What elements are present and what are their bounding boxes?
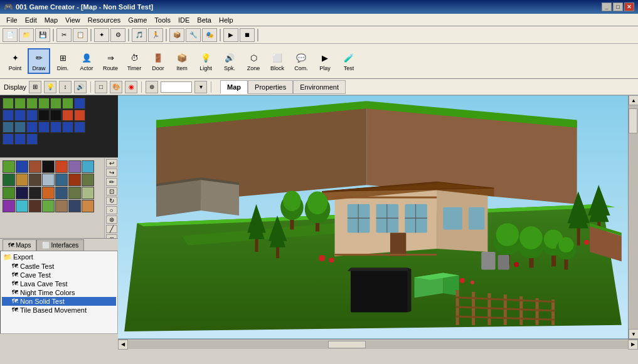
tile-scroll-area[interactable]: [0, 158, 104, 238]
toolbar1-btn-1[interactable]: 📁: [19, 28, 34, 42]
palette-tile-4[interactable]: [55, 160, 68, 173]
maps-tab[interactable]: 🗺 Maps: [3, 239, 36, 251]
preview-tile[interactable]: [38, 98, 50, 109]
palette-tile-27[interactable]: [82, 200, 94, 212]
menu-item-file[interactable]: File: [3, 15, 21, 25]
tool-door[interactable]: 🚪Door: [147, 49, 169, 73]
display-light-btn[interactable]: 💡: [44, 81, 56, 93]
tool-dim[interactable]: ⊞Dim.: [51, 49, 74, 73]
palette-tile-1[interactable]: [16, 160, 28, 173]
tree-root[interactable]: 📁 Export: [2, 252, 116, 262]
menu-item-resources[interactable]: Resources: [84, 15, 125, 25]
scroll-track[interactable]: [629, 105, 638, 329]
tree-item-tile-based-movement[interactable]: 🗺Tile Based Movement: [2, 306, 116, 315]
preview-tile[interactable]: [3, 98, 14, 109]
palette-tile-14[interactable]: [3, 187, 15, 199]
display-move-btn[interactable]: ↕: [59, 81, 72, 93]
scroll-down-btn[interactable]: ▼: [629, 329, 638, 339]
pencil-btn[interactable]: ✏: [106, 178, 117, 186]
preview-tile[interactable]: [38, 110, 50, 121]
preview-tile[interactable]: [62, 122, 73, 133]
palette-tile-19[interactable]: [68, 187, 81, 199]
vertical-scrollbar[interactable]: ▲ ▼: [628, 95, 638, 339]
palette-tile-6[interactable]: [82, 160, 94, 173]
toolbar1-btn-6[interactable]: ⚙: [110, 28, 125, 42]
preview-tile[interactable]: [38, 122, 50, 133]
palette-tile-25[interactable]: [55, 200, 68, 212]
palette-tile-10[interactable]: [42, 174, 55, 186]
palette-tile-5[interactable]: [68, 160, 81, 173]
hscroll-track[interactable]: [128, 340, 628, 349]
menu-item-help[interactable]: Help: [215, 15, 237, 25]
toolbar1-btn-3[interactable]: ✂: [56, 28, 72, 42]
tool-spk[interactable]: 🔊Spk.: [218, 49, 241, 73]
tree-item-castle-test[interactable]: 🗺Castle Test: [2, 262, 116, 271]
tool-timer[interactable]: ⏱Timer: [123, 49, 146, 73]
tool-point[interactable]: ✦Point: [4, 49, 26, 73]
preview-tile[interactable]: [3, 110, 14, 121]
menu-item-beta[interactable]: Beta: [193, 15, 215, 25]
tree-item-lava-cave-test[interactable]: 🗺Lava Cave Test: [2, 279, 116, 288]
palette-tile-3[interactable]: [42, 160, 55, 173]
palette-tile-11[interactable]: [55, 174, 68, 186]
tool-test[interactable]: 🧪Test: [338, 49, 360, 73]
tool-play[interactable]: ▶Play: [314, 49, 336, 73]
palette-tile-13[interactable]: [82, 174, 94, 186]
palette-tile-26[interactable]: [68, 200, 81, 212]
display-paint-btn[interactable]: 🎨: [110, 81, 122, 93]
palette-tile-18[interactable]: [55, 187, 68, 199]
tool-actor[interactable]: 👤Actor: [75, 49, 98, 73]
display-sound-btn[interactable]: 🔊: [74, 81, 87, 93]
palette-tile-23[interactable]: [29, 200, 41, 212]
circle-btn[interactable]: ○: [106, 206, 117, 214]
palette-tile-7[interactable]: [3, 174, 15, 186]
preview-tile[interactable]: [26, 98, 38, 109]
tool-draw[interactable]: ✏Draw: [28, 48, 50, 74]
preview-tile[interactable]: [26, 122, 38, 133]
tool-item[interactable]: 📦Item: [171, 49, 193, 73]
palette-tile-9[interactable]: [29, 174, 41, 186]
display-gear-btn[interactable]: ⊕: [146, 81, 158, 93]
interfaces-tab[interactable]: ⬜ Interfaces: [36, 239, 84, 251]
preview-tile[interactable]: [74, 110, 85, 121]
menu-item-view[interactable]: View: [61, 15, 84, 25]
display-sq-btn[interactable]: □: [95, 81, 107, 93]
palette-tile-0[interactable]: [3, 160, 15, 173]
preview-tile[interactable]: [26, 110, 38, 121]
preview-tile[interactable]: [14, 98, 26, 109]
redo-btn[interactable]: ↪: [106, 169, 117, 177]
palette-tile-17[interactable]: [42, 187, 55, 199]
minimize-button[interactable]: _: [602, 3, 612, 11]
preview-tile[interactable]: [50, 122, 61, 133]
palette-tile-24[interactable]: [42, 200, 55, 212]
preview-tile[interactable]: [14, 110, 26, 121]
tool-block[interactable]: ⬜Block: [266, 49, 289, 73]
toolbar1-btn-4[interactable]: 📋: [73, 28, 88, 42]
canvas-area[interactable]: [118, 95, 628, 339]
toolbar1-btn-12[interactable]: ▶: [223, 28, 238, 42]
palette-tile-16[interactable]: [29, 187, 41, 199]
preview-tile[interactable]: [14, 122, 26, 133]
preview-tile[interactable]: [62, 98, 73, 109]
preview-tile[interactable]: [14, 133, 26, 145]
display-grid-btn[interactable]: ⊞: [29, 81, 41, 93]
palette-tile-12[interactable]: [68, 174, 81, 186]
line-btn[interactable]: ╱: [106, 225, 117, 233]
palette-tile-8[interactable]: [16, 174, 28, 186]
rotate-btn[interactable]: ↻: [106, 197, 117, 205]
tool-com[interactable]: 💬Com.: [290, 49, 312, 73]
select-btn[interactable]: ⊡: [106, 187, 117, 195]
preview-tile[interactable]: [62, 110, 73, 121]
toolbar1-btn-11[interactable]: 🎭: [202, 28, 217, 42]
horizontal-scrollbar[interactable]: ◀ ▶: [118, 339, 638, 349]
scroll-left-btn[interactable]: ◀: [118, 340, 128, 350]
preview-tile[interactable]: [74, 122, 85, 133]
menu-item-map[interactable]: Map: [41, 15, 61, 25]
hscroll-thumb[interactable]: [328, 341, 366, 348]
tab-map[interactable]: Map: [220, 80, 248, 94]
preview-tile[interactable]: [3, 133, 14, 145]
title-bar-controls[interactable]: _ □ ✕: [602, 3, 634, 11]
toolbar1-btn-13[interactable]: ⏹: [240, 28, 255, 42]
tab-properties[interactable]: Properties: [248, 80, 293, 94]
zoom-dropdown[interactable]: ▾: [194, 81, 207, 93]
